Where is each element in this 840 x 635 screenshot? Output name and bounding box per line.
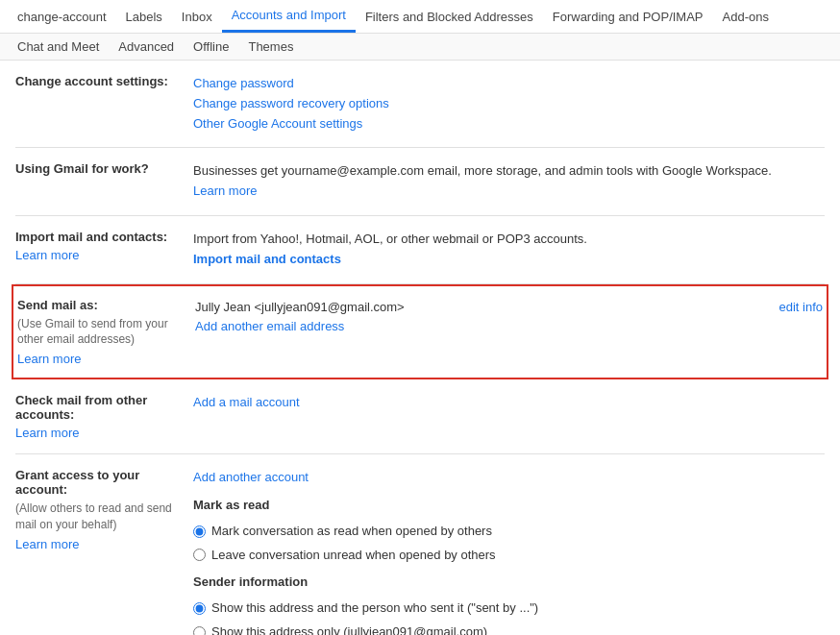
link-change-recovery[interactable]: Change password recovery options [193,96,389,110]
mark-as-read-title: Mark as read [193,496,825,516]
radio-show-address-and-person-input[interactable] [193,602,206,615]
nav-filters[interactable]: Filters and Blocked Addresses [356,2,543,32]
label-check-mail: Check mail from other accounts: Learn mo… [15,393,193,440]
link-add-mail-account[interactable]: Add a mail account [193,395,300,409]
send-mail-email: Jully Jean <jullyjean091@gmail.com> [195,300,405,314]
radio-show-address-only[interactable]: Show this address only (jullyjean091@gma… [193,623,825,635]
radio-mark-as-read-opened-label: Mark conversation as read when opened by… [211,522,492,542]
row-check-mail: Check mail from other accounts: Learn mo… [15,379,825,454]
gmail-work-description: Businesses get yourname@example.com emai… [193,163,772,178]
radio-show-address-and-person[interactable]: Show this address and the person who sen… [193,598,825,619]
nav-advanced[interactable]: Advanced [109,34,184,60]
nav-general[interactable]: change-account [8,2,116,32]
link-learn-more-import[interactable]: Learn more [15,248,79,262]
radio-leave-unread[interactable]: Leave conversation unread when opened by… [193,546,825,566]
radio-show-address-and-person-label: Show this address and the person who sen… [211,598,538,619]
label-import-mail: Import mail and contacts: Learn more [15,230,193,262]
grant-access-sublabel: (Allow others to read and send mail on y… [15,501,178,533]
label-grant-access: Grant access to your account: (Allow oth… [15,468,193,551]
link-google-account[interactable]: Other Google Account settings [193,116,362,131]
radio-show-address-only-label: Show this address only (jullyjean091@gma… [211,623,487,635]
link-add-email[interactable]: Add another email address [195,319,344,333]
send-mail-email-row: Jully Jean <jullyjean091@gmail.com> Add … [195,298,823,338]
radio-group-mark-as-read: Mark conversation as read when opened by… [193,522,825,566]
nav-accounts-import[interactable]: Accounts and Import [222,0,356,33]
row-send-mail: Send mail as: (Use Gmail to send from yo… [12,284,828,380]
value-send-mail: Jully Jean <jullyjean091@gmail.com> Add … [195,298,823,338]
value-grant-access: Add another account Mark as read Mark co… [193,468,825,635]
sender-info-title: Sender information [193,573,825,593]
link-change-password[interactable]: Change password [193,76,294,90]
label-send-mail: Send mail as: (Use Gmail to send from yo… [17,298,195,367]
row-gmail-work: Using Gmail for work? Businesses get you… [15,148,825,216]
send-mail-sublabel: (Use Gmail to send from your other email… [17,316,180,349]
settings-content: Change account settings: Change password… [0,61,840,635]
send-mail-content: Jully Jean <jullyjean091@gmail.com> Add … [195,298,763,338]
label-import-mail-text: Import mail and contacts: [15,230,167,244]
link-import-mail-action[interactable]: Import mail and contacts [193,252,341,266]
value-change-account: Change password Change password recovery… [193,74,825,134]
value-gmail-work: Businesses get yourname@example.com emai… [193,161,825,202]
label-grant-access-text: Grant access to your account: [15,468,139,497]
link-learn-more-gmail-work[interactable]: Learn more [193,183,257,198]
radio-leave-unread-label: Leave conversation unread when opened by… [211,546,496,566]
link-learn-more-grant-access[interactable]: Learn more [15,537,79,551]
link-add-another-account[interactable]: Add another account [193,470,309,484]
radio-show-address-only-input[interactable] [193,626,206,635]
radio-mark-as-read-opened-input[interactable] [193,525,206,538]
import-mail-description: Import from Yahoo!, Hotmail, AOL, or oth… [193,232,587,246]
nav-forwarding[interactable]: Forwarding and POP/IMAP [543,2,713,32]
nav-labels[interactable]: Labels [116,2,172,32]
nav-themes[interactable]: Themes [238,34,303,60]
radio-mark-as-read-opened[interactable]: Mark conversation as read when opened by… [193,522,825,542]
nav-inbox[interactable]: Inbox [172,2,222,32]
label-gmail-work: Using Gmail for work? [15,161,193,176]
nav-chat-meet[interactable]: Chat and Meet [8,34,109,60]
label-change-account: Change account settings: [15,74,193,88]
second-nav: Chat and Meet Advanced Offline Themes [0,34,840,61]
link-learn-more-send-mail[interactable]: Learn more [17,352,81,366]
top-nav: change-account Labels Inbox Accounts and… [0,0,840,34]
row-import-mail: Import mail and contacts: Learn more Imp… [15,216,825,284]
row-grant-access: Grant access to your account: (Allow oth… [15,454,825,635]
row-change-account: Change account settings: Change password… [15,61,825,148]
value-import-mail: Import from Yahoo!, Hotmail, AOL, or oth… [193,230,825,270]
label-change-account-text: Change account settings: [15,74,168,88]
value-check-mail: Add a mail account [193,393,825,413]
radio-leave-unread-input[interactable] [193,549,206,561]
radio-group-sender-info: Show this address and the person who sen… [193,598,825,635]
label-check-mail-text: Check mail from other accounts: [15,393,147,422]
link-learn-more-check-mail[interactable]: Learn more [15,426,79,440]
link-edit-info[interactable]: edit info [763,298,823,318]
nav-offline[interactable]: Offline [184,34,238,60]
label-send-mail-text: Send mail as: [17,298,98,312]
label-gmail-work-text: Using Gmail for work? [15,161,149,176]
nav-addons[interactable]: Add-ons [713,2,778,32]
